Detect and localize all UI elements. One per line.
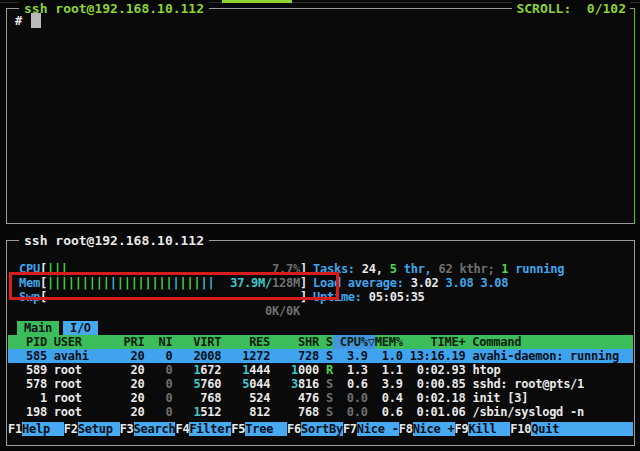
- fkey-F8[interactable]: F8: [399, 422, 413, 436]
- process-table-rows: 585 avahi 20 0 2008 1272 728 S 3.9 1.0 1…: [8, 349, 633, 419]
- pane-title-top: ssh root@192.168.10.112: [19, 1, 209, 16]
- fkey-label-F9[interactable]: Kill: [468, 422, 510, 436]
- header-columns[interactable]: PID USER PRI NI VIRT RES SHR S: [12, 335, 333, 349]
- process-row-589[interactable]: 589 root 20 0 1672 1444 1000 R 1.3 1.1 0…: [8, 363, 633, 377]
- process-row-1[interactable]: 1 root 20 0 768 524 476 S 0.0 0.4 0:02.1…: [8, 391, 633, 405]
- fkey-F6[interactable]: F6: [287, 422, 301, 436]
- cursor-block: [31, 13, 41, 28]
- fkey-label-F1[interactable]: Help: [22, 422, 64, 436]
- load-average-line: Load average: 3.02 3.08 3.08: [313, 276, 508, 290]
- process-table-header[interactable]: PID USER PRI NI VIRT RES SHR S CPU%▽MEM%…: [8, 335, 633, 349]
- annotation-red-box: [9, 272, 339, 300]
- process-row-585[interactable]: 585 avahi 20 0 2008 1272 728 S 3.9 1.0 1…: [8, 349, 633, 363]
- fkey-label-F5[interactable]: Tree: [245, 422, 287, 436]
- fkey-F7[interactable]: F7: [343, 422, 357, 436]
- fkey-label-F2[interactable]: Setup: [78, 422, 120, 436]
- pane-bottom-htop[interactable]: ssh root@192.168.10.112 CPU[|||7.7%] Mem…: [6, 240, 635, 446]
- fkey-label-F8[interactable]: Nice +: [413, 422, 455, 436]
- progress-fill: [222, 0, 292, 3]
- scroll-indicator: SCROLL: 0/102: [512, 1, 630, 16]
- fkey-F4[interactable]: F4: [175, 422, 189, 436]
- fkey-F10[interactable]: F10: [510, 422, 531, 436]
- fkey-label-F4[interactable]: Filter: [189, 422, 231, 436]
- htop-tab-bar: MainI/O: [17, 321, 102, 335]
- pane-top-ssh[interactable]: ssh root@192.168.10.112 SCROLL: 0/102 #: [6, 8, 635, 224]
- fkey-label-F7[interactable]: Nice -: [357, 422, 399, 436]
- fkey-F3[interactable]: F3: [120, 422, 134, 436]
- fkey-label-F3[interactable]: Search: [134, 422, 176, 436]
- prompt-char: #: [15, 14, 22, 28]
- process-row-578[interactable]: 578 root 20 0 5760 5044 3816 S 0.6 3.9 0…: [8, 377, 633, 391]
- fkey-F1[interactable]: F1: [8, 422, 22, 436]
- header-sort-column[interactable]: CPU%▽: [333, 335, 375, 349]
- fkey-F2[interactable]: F2: [64, 422, 78, 436]
- tab-main[interactable]: Main: [17, 321, 59, 335]
- shell-prompt[interactable]: #: [15, 13, 41, 29]
- fkey-F5[interactable]: F5: [231, 422, 245, 436]
- tab-io[interactable]: I/O: [63, 321, 98, 335]
- terminal-screen: ssh root@192.168.10.112 SCROLL: 0/102 # …: [0, 0, 640, 451]
- tasks-line: Tasks: 24, 5 thr, 62 kthr; 1 running: [313, 262, 564, 276]
- process-row-198[interactable]: 198 root 20 0 1512 812 768 S 0.0 0.6 0:0…: [8, 405, 633, 419]
- pane-title-bottom: ssh root@192.168.10.112: [19, 233, 209, 248]
- fkey-F9[interactable]: F9: [455, 422, 469, 436]
- fkey-label-F10[interactable]: Quit: [531, 422, 633, 436]
- fkey-label-F6[interactable]: SortBy: [301, 422, 343, 436]
- function-key-bar: F1Help F2Setup F3SearchF4FilterF5Tree F6…: [8, 422, 633, 436]
- header-columns[interactable]: MEM% TIME+ Command: [375, 335, 521, 349]
